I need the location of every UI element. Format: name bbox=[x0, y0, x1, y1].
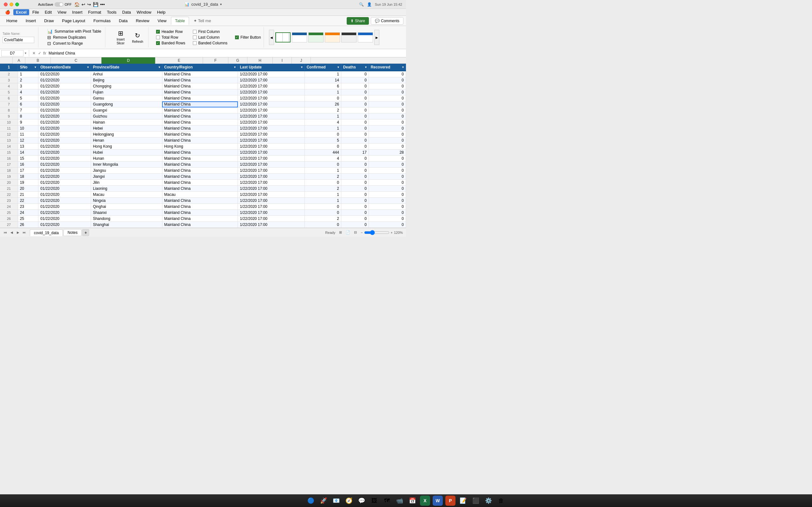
cell-lastupdate[interactable]: 1/22/2020 17:00 bbox=[238, 89, 305, 95]
cell-sno[interactable]: 22 bbox=[18, 198, 38, 204]
cell-sno[interactable]: 8 bbox=[18, 113, 38, 119]
col-header-c[interactable]: C bbox=[51, 57, 101, 64]
cell-obsdate[interactable]: 01/22/2020 bbox=[38, 180, 91, 186]
cell-sno[interactable]: 26 bbox=[18, 222, 38, 228]
style-thumb-2[interactable] bbox=[292, 32, 307, 43]
header-country[interactable]: Country/Region ▾ bbox=[162, 64, 238, 71]
traffic-lights[interactable] bbox=[4, 3, 19, 6]
cell-confirmed[interactable]: 2 bbox=[305, 186, 341, 192]
tab-tell-me[interactable]: ✦ Tell me bbox=[190, 17, 215, 24]
cell-country[interactable]: Mainland China bbox=[162, 162, 238, 168]
cell-province[interactable]: Macau bbox=[91, 192, 162, 198]
col-header-f[interactable]: F bbox=[203, 57, 229, 64]
col-header-e[interactable]: E bbox=[155, 57, 203, 64]
cell-confirmed[interactable]: 0 bbox=[305, 162, 341, 168]
cell-obsdate[interactable]: 01/22/2020 bbox=[38, 210, 91, 216]
comments-button[interactable]: 💬 Comments bbox=[371, 17, 403, 25]
tab-table[interactable]: Table bbox=[171, 17, 189, 25]
cell-deaths[interactable]: 0 bbox=[341, 180, 368, 186]
cell-country[interactable]: Mainland China bbox=[162, 137, 238, 144]
zoom-in-icon[interactable]: + bbox=[391, 231, 393, 234]
cell-province[interactable]: Shanghai bbox=[91, 222, 162, 228]
menu-view[interactable]: View bbox=[55, 9, 69, 15]
cell-lastupdate[interactable]: 1/22/2020 17:00 bbox=[238, 131, 305, 137]
col-header-h[interactable]: H bbox=[247, 57, 273, 64]
cell-province[interactable]: Anhui bbox=[91, 71, 162, 77]
cell-recovered[interactable]: 0 bbox=[368, 204, 406, 210]
cell-deaths[interactable]: 0 bbox=[341, 125, 368, 131]
nav-last-icon[interactable]: ⏭ bbox=[21, 230, 27, 235]
cell-country[interactable]: Mainland China bbox=[162, 113, 238, 119]
cell-country[interactable]: Mainland China bbox=[162, 216, 238, 222]
cell-recovered[interactable]: 0 bbox=[368, 131, 406, 137]
cell-confirmed[interactable]: 4 bbox=[305, 156, 341, 162]
cell-country[interactable]: Mainland China bbox=[162, 180, 238, 186]
cell-confirmed[interactable]: 6 bbox=[305, 83, 341, 89]
tab-draw[interactable]: Draw bbox=[40, 17, 57, 24]
cell-sno[interactable]: 16 bbox=[18, 162, 38, 168]
cell-lastupdate[interactable]: 1/22/2020 17:00 bbox=[238, 174, 305, 180]
cell-province[interactable]: Hunan bbox=[91, 156, 162, 162]
cell-country[interactable]: Mainland China bbox=[162, 174, 238, 180]
cell-obsdate[interactable]: 01/22/2020 bbox=[38, 186, 91, 192]
cell-recovered[interactable]: 0 bbox=[368, 71, 406, 77]
cell-confirmed[interactable]: 1 bbox=[305, 71, 341, 77]
cell-recovered[interactable]: 0 bbox=[368, 210, 406, 216]
cell-province[interactable]: Heilongjiang bbox=[91, 131, 162, 137]
cell-province[interactable]: Jilin bbox=[91, 180, 162, 186]
add-sheet-button[interactable]: + bbox=[82, 229, 89, 236]
filter-province-icon[interactable]: ▾ bbox=[159, 66, 160, 69]
cell-province[interactable]: Beijing bbox=[91, 77, 162, 83]
cell-recovered[interactable]: 0 bbox=[368, 101, 406, 107]
cell-sno[interactable]: 24 bbox=[18, 210, 38, 216]
cell-sno[interactable]: 20 bbox=[18, 186, 38, 192]
cell-province[interactable]: Fujian bbox=[91, 89, 162, 95]
cell-recovered[interactable]: 28 bbox=[368, 150, 406, 156]
cell-deaths[interactable]: 0 bbox=[341, 137, 368, 144]
cell-province[interactable]: Hebei bbox=[91, 125, 162, 131]
cell-obsdate[interactable]: 01/22/2020 bbox=[38, 113, 91, 119]
table-name-input[interactable] bbox=[3, 37, 34, 43]
cell-sno[interactable]: 14 bbox=[18, 150, 38, 156]
cell-obsdate[interactable]: 01/22/2020 bbox=[38, 83, 91, 89]
cell-recovered[interactable]: 0 bbox=[368, 216, 406, 222]
cell-sno[interactable]: 25 bbox=[18, 216, 38, 222]
cell-recovered[interactable]: 0 bbox=[368, 162, 406, 168]
share-button[interactable]: ⬆ Share bbox=[347, 17, 369, 25]
cell-country[interactable]: Mainland China bbox=[162, 131, 238, 137]
insert-slicer-button[interactable]: ⊞ InsertSlicer bbox=[113, 30, 128, 45]
cell-country[interactable]: Mainland China bbox=[162, 150, 238, 156]
style-thumb-4[interactable] bbox=[325, 32, 340, 43]
cell-province[interactable]: Henan bbox=[91, 137, 162, 144]
style-thumb-6[interactable] bbox=[358, 32, 373, 43]
cell-obsdate[interactable]: 01/22/2020 bbox=[38, 107, 91, 113]
cell-obsdate[interactable]: 01/22/2020 bbox=[38, 174, 91, 180]
more-icon[interactable]: ••• bbox=[100, 2, 105, 7]
cell-confirmed[interactable]: 1 bbox=[305, 198, 341, 204]
cell-country[interactable]: Mainland China bbox=[162, 204, 238, 210]
cell-deaths[interactable]: 0 bbox=[341, 101, 368, 107]
cell-recovered[interactable]: 0 bbox=[368, 113, 406, 119]
col-header-j[interactable]: J bbox=[292, 57, 311, 64]
minimize-button[interactable] bbox=[9, 3, 13, 6]
cell-obsdate[interactable]: 01/22/2020 bbox=[38, 125, 91, 131]
cell-recovered[interactable]: 0 bbox=[368, 83, 406, 89]
last-column-checkbox[interactable]: Last Column bbox=[193, 35, 227, 40]
cell-confirmed[interactable]: 0 bbox=[305, 131, 341, 137]
maximize-button[interactable] bbox=[15, 3, 19, 6]
cell-lastupdate[interactable]: 1/22/2020 17:00 bbox=[238, 192, 305, 198]
filter-sno-icon[interactable]: ▾ bbox=[35, 66, 36, 69]
cell-obsdate[interactable]: 01/22/2020 bbox=[38, 192, 91, 198]
style-thumb-5[interactable] bbox=[341, 32, 357, 43]
cell-lastupdate[interactable]: 1/22/2020 17:00 bbox=[238, 162, 305, 168]
cell-sno[interactable]: 2 bbox=[18, 77, 38, 83]
cell-sno[interactable]: 19 bbox=[18, 180, 38, 186]
header-confirmed[interactable]: Confirmed ▾ bbox=[305, 64, 341, 71]
cell-confirmed[interactable]: 2 bbox=[305, 107, 341, 113]
cell-deaths[interactable]: 0 bbox=[341, 113, 368, 119]
cell-country[interactable]: Mainland China bbox=[162, 125, 238, 131]
cell-deaths[interactable]: 0 bbox=[341, 77, 368, 83]
cell-province[interactable]: Hubei bbox=[91, 150, 162, 156]
cell-obsdate[interactable]: 01/22/2020 bbox=[38, 216, 91, 222]
cell-lastupdate[interactable]: 1/22/2020 17:00 bbox=[238, 222, 305, 228]
